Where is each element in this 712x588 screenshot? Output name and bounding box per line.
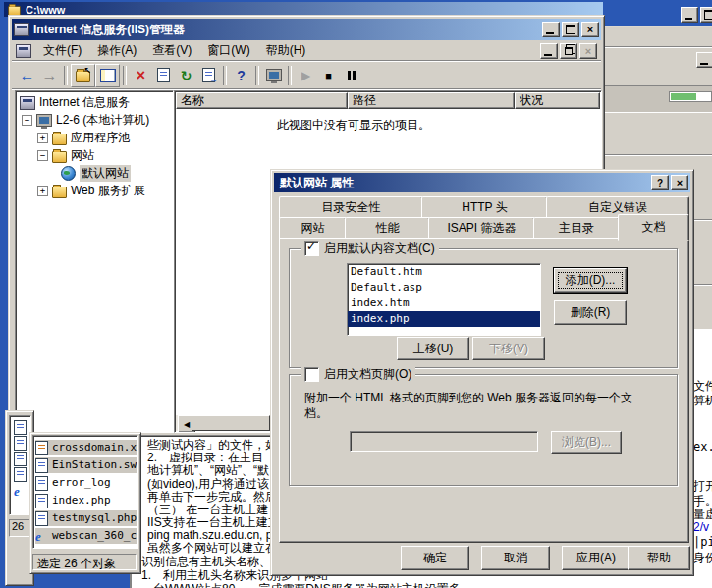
file-row[interactable]: testmysql.php bbox=[35, 510, 137, 526]
connect-button[interactable] bbox=[262, 65, 285, 86]
expand-icon[interactable]: + bbox=[37, 186, 48, 196]
iis-window-title: Internet 信息服务(IIS)管理器 bbox=[33, 22, 185, 38]
minimize-button[interactable] bbox=[696, 52, 712, 68]
internet-explorer-icon[interactable]: e bbox=[14, 485, 27, 498]
forward-button[interactable]: → bbox=[38, 65, 61, 86]
iis-menubar: 文件(F) 操作(A) 查看(V) 窗口(W) 帮助(H) × bbox=[12, 40, 601, 62]
file-row[interactable]: ewebscan_360_cn.h bbox=[35, 528, 138, 544]
column-header-path[interactable]: 路径 bbox=[348, 92, 515, 109]
file-icon[interactable] bbox=[14, 467, 27, 482]
document-list-item[interactable]: index.htm bbox=[348, 295, 540, 311]
tree-item-default-site[interactable]: 默认网站 bbox=[61, 165, 131, 182]
tree-item-label: 应用程序池 bbox=[71, 130, 130, 146]
close-button[interactable]: × bbox=[671, 175, 688, 190]
stop-item-button[interactable]: ■ bbox=[317, 65, 340, 86]
mdi-child-icon bbox=[16, 44, 31, 58]
properties-dialog: 默认网站 属性 ? × 目录安全性 HTTP 头 自定义错误 网站 性能 ISA… bbox=[270, 169, 694, 576]
document-fragment: |pin bbox=[693, 535, 712, 549]
move-down-button[interactable]: 下移(V) bbox=[472, 337, 545, 360]
properties-button[interactable] bbox=[152, 65, 175, 86]
start-item-button[interactable]: ▶ bbox=[295, 65, 317, 86]
tree-item-web-extensions[interactable]: + Web 服务扩展 bbox=[37, 183, 145, 199]
column-header-name[interactable]: 名称 bbox=[176, 92, 348, 109]
file-icon[interactable] bbox=[14, 452, 27, 466]
iis-titlebar[interactable]: Internet 信息服务(IIS)管理器 × bbox=[12, 19, 601, 40]
tab-http-headers[interactable]: HTTP 头 bbox=[421, 196, 548, 219]
collapse-icon[interactable]: − bbox=[22, 115, 32, 126]
explorer-statusbar: 选定 26 个对象 bbox=[32, 554, 137, 570]
enable-footer-checkbox[interactable] bbox=[304, 367, 319, 382]
mdi-close-button[interactable]: × bbox=[579, 43, 597, 59]
tree-item-app-pools[interactable]: + 应用程序池 bbox=[37, 130, 130, 146]
document-fragment: 算机 bbox=[693, 393, 712, 409]
menu-window[interactable]: 窗口(W) bbox=[199, 40, 257, 61]
up-level-button[interactable]: ↖ bbox=[71, 64, 95, 87]
tab-isapi-filters[interactable]: ISAPI 筛选器 bbox=[428, 217, 535, 240]
document-list-item-selected[interactable]: index.php bbox=[348, 311, 540, 327]
file-row[interactable]: EinStation.swf bbox=[35, 457, 138, 473]
column-header-status[interactable]: 状况 bbox=[515, 92, 600, 109]
enable-default-docs-row: 启用默认内容文档(C) bbox=[301, 241, 439, 255]
tree-item-label: Internet 信息服务 bbox=[39, 94, 130, 111]
remove-button[interactable]: 删除(R) bbox=[554, 300, 627, 325]
toolbar-separator bbox=[64, 66, 68, 85]
document-link-fragment[interactable]: 2/v bbox=[693, 520, 709, 534]
move-up-button[interactable]: 上移(U) bbox=[397, 337, 469, 360]
file-icon[interactable] bbox=[14, 436, 27, 451]
context-help-button[interactable]: ? bbox=[651, 175, 669, 190]
tab-performance[interactable]: 性能 bbox=[345, 217, 430, 240]
file-icon[interactable] bbox=[14, 420, 27, 435]
default-documents-listbox[interactable]: Default.htm Default.asp index.htm index.… bbox=[347, 263, 541, 336]
tree-item-label: L2-6 (本地计算机) bbox=[56, 112, 149, 129]
tree-item-websites[interactable]: − 网站 bbox=[37, 147, 94, 164]
cwww-title: C:\www bbox=[26, 4, 65, 16]
menu-view[interactable]: 查看(V) bbox=[144, 40, 199, 61]
mdi-minimize-button[interactable] bbox=[540, 43, 558, 59]
menu-help[interactable]: 帮助(H) bbox=[258, 40, 314, 61]
close-button[interactable]: × bbox=[581, 22, 599, 37]
tab-directory-security[interactable]: 目录安全性 bbox=[279, 196, 423, 219]
minimize-button[interactable] bbox=[681, 7, 698, 23]
dialog-titlebar[interactable]: 默认网站 属性 ? × bbox=[274, 173, 690, 192]
add-button[interactable]: 添加(D)... bbox=[554, 268, 627, 293]
minimize-button[interactable] bbox=[542, 22, 560, 37]
maximize-button[interactable] bbox=[562, 22, 579, 37]
file-row[interactable]: index.php bbox=[35, 493, 111, 508]
refresh-button[interactable]: ↻ bbox=[175, 65, 197, 86]
tab-website[interactable]: 网站 bbox=[279, 217, 347, 240]
cancel-button[interactable]: 取消 bbox=[481, 546, 550, 570]
delete-button[interactable]: × bbox=[130, 65, 152, 86]
tab-documents-active[interactable]: 文档 bbox=[618, 214, 689, 241]
pause-item-button[interactable] bbox=[340, 65, 362, 86]
show-panes-button[interactable] bbox=[95, 64, 120, 87]
help-button[interactable]: ? bbox=[230, 65, 252, 86]
document-list-item[interactable]: Default.asp bbox=[348, 280, 540, 295]
export-list-button[interactable]: → bbox=[197, 65, 220, 86]
help-button[interactable]: 帮助 bbox=[628, 546, 690, 570]
menu-file[interactable]: 文件(F) bbox=[35, 40, 89, 61]
scrollbar-thumb[interactable] bbox=[192, 415, 270, 431]
apply-button[interactable]: 应用(A) bbox=[562, 546, 630, 570]
back-button[interactable]: ← bbox=[16, 65, 38, 86]
menu-action[interactable]: 操作(A) bbox=[89, 40, 144, 61]
mdi-restore-button[interactable] bbox=[560, 43, 577, 59]
browse-button[interactable]: 浏览(B)... bbox=[551, 431, 622, 454]
progress-pill bbox=[669, 91, 712, 102]
enable-default-docs-label: 启用默认内容文档(C) bbox=[324, 241, 435, 257]
tree-item-root[interactable]: Internet 信息服务 bbox=[20, 94, 130, 111]
collapse-icon[interactable]: − bbox=[37, 150, 48, 161]
tree-item-computer[interactable]: − L2-6 (本地计算机) bbox=[22, 112, 149, 129]
explorer-files-window: crossdomain.xml EinStation.swf error_log… bbox=[29, 432, 141, 574]
ok-button[interactable]: 确定 bbox=[401, 546, 469, 570]
enable-default-docs-checkbox[interactable] bbox=[304, 241, 319, 256]
php-file-icon bbox=[35, 494, 48, 508]
footer-path-field[interactable] bbox=[350, 431, 538, 452]
file-row[interactable]: error_log bbox=[35, 475, 111, 491]
tab-home-directory[interactable]: 主目录 bbox=[533, 217, 620, 240]
file-row[interactable]: crossdomain.xml bbox=[35, 440, 138, 455]
maximize-button[interactable] bbox=[700, 7, 712, 23]
back-icon: ← bbox=[20, 67, 35, 84]
toolbar-separator bbox=[288, 66, 292, 85]
expand-icon[interactable]: + bbox=[37, 133, 48, 143]
document-list-item[interactable]: Default.htm bbox=[348, 264, 540, 280]
